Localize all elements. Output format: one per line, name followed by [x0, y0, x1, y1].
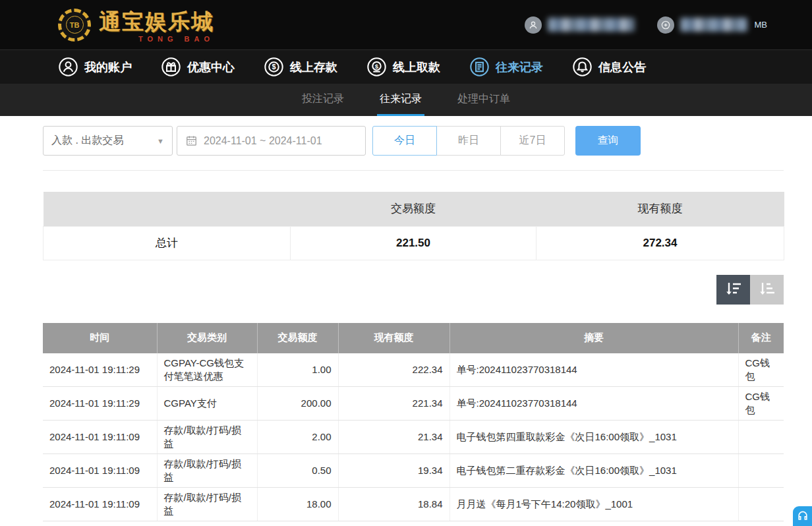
today-button[interactable]: 今日 [372, 126, 437, 156]
nav-item-promotions[interactable]: 优惠中心 [161, 57, 235, 77]
sort-ascending-icon [758, 281, 776, 298]
cell-time: 2024-11-01 19:11:29 [43, 386, 157, 420]
brand-subtitle: TONG BAO [138, 35, 214, 43]
username-redacted [548, 18, 635, 32]
nav-item-records[interactable]: 往来记录 [469, 57, 543, 77]
last7days-button[interactable]: 近7日 [500, 126, 565, 156]
balance-group[interactable]: MB [657, 16, 768, 34]
table-row: 2024-11-01 19:11:09 存款/取款/打码/损益 18.00 18… [43, 487, 784, 521]
nav-item-my-account[interactable]: 我的账户 [58, 57, 132, 77]
sort-controls [43, 275, 784, 305]
cell-type: 存款/取款/打码/损益 [157, 487, 257, 521]
sort-ascending-button[interactable] [750, 275, 784, 305]
cell-summary: 月月送《每月1号下午14:20领取》_1001 [450, 487, 738, 521]
cell-type: CGPAY支付 [157, 386, 257, 420]
main-nav: 我的账户 优惠中心 $ 线上存款 $ 线上取款 往来记录 信息公告 [0, 49, 812, 84]
table-row: 2024-11-01 19:11:29 CGPAY支付 200.00 221.3… [43, 386, 784, 420]
cell-balance: 18.84 [338, 487, 450, 521]
cell-type: CGPAY-CG钱包支付笔笔送优惠 [157, 353, 257, 387]
cell-type: 存款/取款/打码/损益 [157, 453, 257, 487]
col-note: 备注 [738, 323, 784, 353]
cell-summary: 单号:202411023770318144 [450, 386, 738, 420]
cell-amount: 1.00 [257, 353, 338, 387]
records-subnav: 投注记录 往来记录 处理中订单 [0, 84, 812, 116]
cell-summary: 电子钱包第二重存款彩金《次日16:00领取》_1031 [450, 453, 738, 487]
wallet-avatar-icon [657, 16, 674, 34]
top-header: TB 通宝娱乐城 TONG BAO MB [0, 0, 812, 49]
sort-descending-button[interactable] [716, 275, 750, 305]
cell-note: CG钱包 [738, 386, 784, 420]
poker-chip-icon: TB [58, 9, 91, 42]
cell-time: 2024-11-01 19:11:09 [43, 420, 157, 453]
cell-time: 2024-11-01 19:11:29 [43, 353, 157, 387]
col-summary: 摘要 [450, 323, 738, 353]
svg-text:$: $ [272, 63, 276, 71]
records-header-row: 时间 交易类别 交易额度 现有额度 摘要 备注 [43, 323, 784, 353]
cell-amount: 18.00 [257, 487, 338, 521]
divider [43, 170, 784, 171]
content: 入款 . 出款交易 ▼ 2024-11-01 ~ 2024-11-01 今日 昨… [0, 116, 812, 521]
sort-descending-icon [724, 281, 743, 298]
table-row: 2024-11-01 19:11:09 存款/取款/打码/损益 2.00 21.… [43, 420, 784, 453]
username-group[interactable] [525, 16, 635, 34]
col-time: 时间 [43, 323, 157, 353]
cell-note [738, 420, 784, 453]
chip-label: TB [66, 16, 84, 34]
calendar-icon [185, 134, 198, 147]
transaction-type-select[interactable]: 入款 . 出款交易 ▼ [43, 126, 173, 156]
summary-total-row: 总计 221.50 272.34 [44, 226, 784, 260]
yesterday-button[interactable]: 昨日 [436, 126, 501, 156]
user-icon [58, 57, 78, 77]
quick-date-buttons: 今日 昨日 近7日 [372, 126, 565, 156]
nav-item-withdraw[interactable]: $ 线上取款 [366, 57, 440, 77]
col-balance: 现有额度 [338, 323, 450, 353]
currency-suffix: MB [755, 20, 768, 30]
cell-note: CG钱包 [738, 353, 784, 387]
cell-summary: 电子钱包第四重取款彩金《次日16:00领取》_1031 [450, 420, 738, 453]
records-icon [469, 57, 490, 77]
summary-header-empty [44, 192, 291, 226]
filter-row: 入款 . 出款交易 ▼ 2024-11-01 ~ 2024-11-01 今日 昨… [43, 126, 784, 156]
table-row: 2024-11-01 19:11:29 CGPAY-CG钱包支付笔笔送优惠 1.… [43, 353, 784, 387]
cell-amount: 0.50 [257, 453, 338, 487]
withdraw-coin-icon: $ [366, 57, 387, 77]
customer-service-button[interactable] [793, 506, 812, 526]
cell-balance: 21.34 [338, 420, 450, 453]
deposit-coin-icon: $ [264, 57, 284, 77]
tab-transaction-records[interactable]: 往来记录 [377, 84, 424, 116]
bell-icon [572, 57, 593, 77]
summary-header-transaction: 交易额度 [291, 192, 536, 226]
gift-icon [161, 57, 181, 77]
cell-time: 2024-11-01 19:11:09 [43, 453, 157, 487]
cell-type: 存款/取款/打码/损益 [157, 420, 257, 453]
cell-summary: 单号:202411023770318144 [450, 353, 738, 387]
date-range-input[interactable]: 2024-11-01 ~ 2024-11-01 [177, 126, 366, 156]
summary-table: 交易额度 现有额度 总计 221.50 272.34 [43, 192, 784, 260]
summary-total-label: 总计 [44, 226, 291, 260]
cell-balance: 221.34 [338, 386, 450, 420]
user-avatar-icon [525, 16, 542, 34]
chevron-down-icon: ▼ [157, 137, 164, 145]
user-area: MB [525, 16, 768, 34]
tab-processing-orders[interactable]: 处理中订单 [455, 84, 513, 116]
cell-balance: 222.34 [338, 353, 450, 387]
summary-balance-value: 272.34 [536, 226, 784, 260]
cell-note [738, 453, 784, 487]
col-type: 交易类别 [157, 323, 257, 353]
nav-item-announcements[interactable]: 信息公告 [572, 57, 646, 77]
records-table: 时间 交易类别 交易额度 现有额度 摘要 备注 2024-11-01 19:11… [43, 323, 784, 521]
headset-icon [796, 510, 809, 523]
cell-amount: 2.00 [257, 420, 338, 453]
brand-title: 通宝娱乐城 [99, 7, 214, 37]
svg-text:$: $ [375, 63, 379, 70]
cell-time: 2024-11-01 19:11:09 [43, 487, 157, 521]
balance-redacted [680, 18, 747, 32]
tab-betting-records[interactable]: 投注记录 [299, 84, 347, 116]
summary-header-balance: 现有额度 [536, 192, 784, 226]
brand-logo[interactable]: TB 通宝娱乐城 TONG BAO [58, 7, 214, 43]
col-amount: 交易额度 [257, 323, 338, 353]
search-button[interactable]: 查询 [575, 126, 641, 156]
cell-balance: 19.34 [338, 453, 450, 487]
nav-item-deposit[interactable]: $ 线上存款 [264, 57, 337, 77]
cell-note [738, 487, 784, 521]
